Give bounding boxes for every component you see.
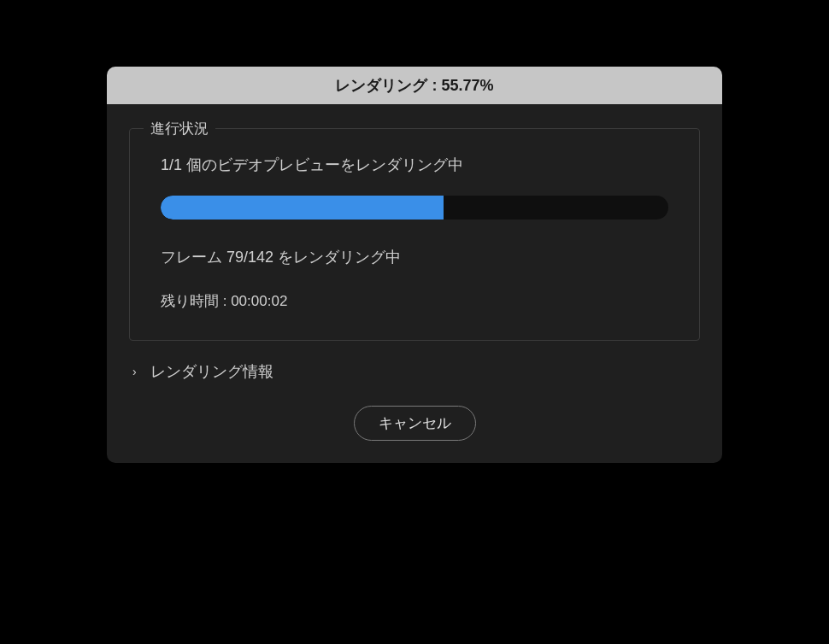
time-remaining-text: 残り時間 : 00:00:02 — [161, 291, 668, 311]
frame-text: フレーム 79/142 をレンダリング中 — [161, 247, 668, 267]
rendering-dialog: レンダリング : 55.77% 進行状況 1/1 個のビデオプレビューをレンダリ… — [107, 67, 722, 463]
dialog-title: レンダリング : 55.77% — [335, 75, 493, 96]
rendering-info-label: レンダリング情報 — [150, 361, 273, 382]
rendering-info-expander[interactable]: › レンダリング情報 — [129, 360, 700, 383]
cancel-button[interactable]: キャンセル — [354, 406, 476, 441]
fieldset-legend: 進行状況 — [144, 119, 215, 138]
progress-fill — [161, 196, 444, 220]
progress-bar — [161, 196, 668, 220]
progress-fieldset: 進行状況 1/1 個のビデオプレビューをレンダリング中 フレーム 79/142 … — [129, 128, 700, 341]
dialog-body: 進行状況 1/1 個のビデオプレビューをレンダリング中 フレーム 79/142 … — [107, 104, 722, 463]
dialog-titlebar: レンダリング : 55.77% — [107, 67, 722, 104]
status-text: 1/1 個のビデオプレビューをレンダリング中 — [161, 155, 668, 175]
button-row: キャンセル — [129, 406, 700, 441]
chevron-right-icon: › — [132, 365, 137, 378]
